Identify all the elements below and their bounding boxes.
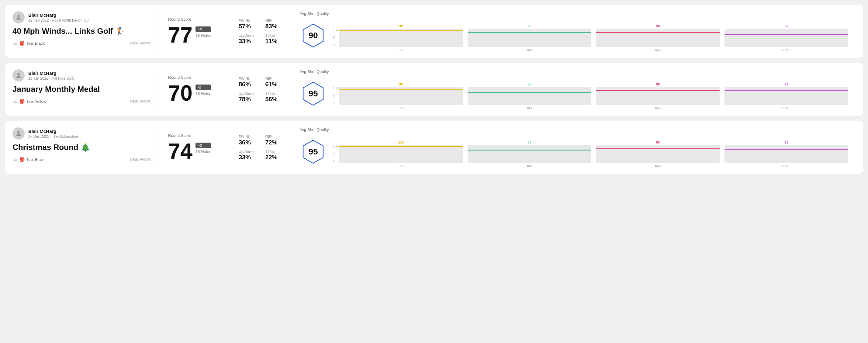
bar-wrapper (596, 29, 720, 47)
bar-group: 96 (596, 83, 720, 105)
card-footer: ☁️ 🎒 Tee: Black Data: Arccos (12, 41, 151, 45)
person-icon (15, 72, 22, 79)
bar-value: 110 (398, 141, 404, 144)
bar-chart: 100 50 0 107 95 (333, 20, 848, 52)
shot-quality-section: Avg Shot Quality 95 100 50 0 101 (292, 69, 856, 110)
fw-hit-stat: FW Hit 57% (239, 19, 258, 30)
big-score: 70 (168, 82, 192, 104)
bar-value: 98 (656, 24, 660, 28)
left-section: Blair McHarg 27 Dec 2021 · The Oxfordshi… (12, 127, 158, 168)
bar-value: 87 (527, 141, 531, 144)
bar-value: 101 (398, 83, 404, 86)
bar-wrapper (339, 145, 463, 163)
bar-line (468, 32, 591, 33)
shot-quality-label: Avg Shot Quality (300, 69, 848, 74)
user-info: Blair McHarg 29 Jan 2022 · Mill Ride GCC (28, 70, 74, 81)
bar-group: 99 (724, 83, 848, 105)
round-card-3: Blair McHarg 27 Dec 2021 · The Oxfordshi… (5, 121, 863, 174)
one-putt-value: 56% (266, 96, 285, 103)
hex-score: 95 (308, 147, 318, 157)
chart-bars: 101 86 96 99 (339, 77, 848, 105)
bar-group: 98 (596, 24, 720, 47)
shot-quality-section: Avg Shot Quality 95 100 50 0 110 (292, 127, 856, 168)
round-score-label: Round Score (168, 17, 221, 22)
bar-wrapper (339, 87, 463, 105)
user-info: Blair McHarg 27 Dec 2021 · The Oxfordshi… (28, 129, 78, 139)
chart-x-labels: OTTAPPARGPUTT (340, 106, 848, 110)
bar-line (724, 34, 848, 35)
bag-icon: 🎒 (20, 99, 25, 104)
bar-group: 87 (468, 141, 591, 163)
round-score-label: Round Score (168, 133, 221, 138)
gir-stat: GIR 83% (266, 19, 285, 30)
bar-fill (468, 92, 591, 105)
chart-x-label: PUTT (725, 106, 848, 110)
shot-quality-section: Avg Shot Quality 90 100 50 0 107 (292, 11, 856, 52)
quality-row: 95 100 50 0 110 87 (300, 136, 848, 168)
y-axis-labels: 100 50 0 (333, 87, 338, 105)
fw-hit-label: FW Hit (239, 19, 258, 23)
one-putt-label: 1 Putt (266, 33, 285, 38)
quality-row: 95 100 50 0 101 86 (300, 77, 848, 110)
bar-group: 86 (468, 83, 591, 105)
bar-wrapper (596, 145, 720, 163)
bar-group: 82 (724, 24, 848, 47)
round-title: Christmas Round 🎄 (12, 143, 151, 152)
chart-x-label: OTT (340, 164, 464, 168)
up-down-value: 33% (239, 154, 258, 161)
bar-group: 107 (339, 24, 463, 47)
weather-icon: ☁️ (12, 41, 18, 45)
bar-line (339, 30, 463, 31)
bar-wrapper (339, 29, 463, 47)
fw-hit-label: FW Hit (239, 135, 258, 139)
score-row: 70 -2 18 Holes (168, 82, 221, 104)
chart-x-label: OTT (340, 48, 464, 52)
chart-x-label: OTT (340, 106, 464, 110)
one-putt-label: 1 Putt (266, 150, 285, 154)
bar-line (724, 90, 848, 91)
gir-label: GIR (266, 19, 285, 23)
score-section: Round Score 77 +5 18 Holes (158, 11, 231, 52)
bar-line (724, 149, 848, 150)
score-diff-badge: -2 (195, 85, 211, 90)
chart-x-label: ARG (597, 164, 720, 168)
gir-value: 83% (266, 23, 285, 30)
bar-chart: 100 50 0 110 87 (333, 136, 848, 168)
one-putt-stat: 1 Putt 22% (266, 150, 285, 161)
score-diff-badge: +2 (195, 143, 211, 148)
bar-fill (596, 32, 720, 47)
up-down-stat: Up/Down 33% (239, 33, 258, 45)
one-putt-value: 11% (266, 38, 285, 45)
hexagon-container: 90 (300, 22, 327, 49)
stats-grid: FW Hit 57% GIR 83% Up/Down 33% 1 Putt 11… (239, 19, 285, 45)
user-name: Blair McHarg (28, 12, 89, 18)
chart-bars: 107 95 98 82 (339, 20, 848, 47)
bag-icon: 🎒 (20, 41, 25, 45)
score-details: +5 18 Holes (195, 24, 211, 38)
one-putt-value: 22% (266, 154, 285, 161)
score-section: Round Score 74 +2 18 Holes (158, 127, 231, 168)
gir-value: 61% (266, 81, 285, 88)
bar-fill (468, 32, 591, 47)
bar-line (596, 32, 720, 33)
tee-label: Tee: Black (26, 41, 45, 45)
bar-group: 93 (724, 141, 848, 163)
bar-value: 95 (527, 24, 531, 28)
fw-hit-value: 36% (239, 139, 258, 146)
fw-hit-stat: FW Hit 36% (239, 135, 258, 146)
stats-section: FW Hit 57% GIR 83% Up/Down 33% 1 Putt 11… (231, 11, 292, 52)
tee-label: Tee: Yellow (26, 99, 46, 104)
bag-icon: 🎒 (20, 157, 25, 162)
y-axis-labels: 100 50 0 (333, 29, 338, 47)
holes-text: 18 Holes (195, 33, 211, 38)
up-down-value: 33% (239, 38, 258, 45)
chart-bars: 110 87 95 93 (339, 136, 848, 163)
round-card-2: Blair McHarg 29 Jan 2022 · Mill Ride GCC… (5, 63, 863, 116)
bar-value: 96 (656, 83, 660, 86)
bar-line (468, 92, 591, 93)
user-info: Blair McHarg 12 Feb 2022 · Royal North D… (28, 12, 89, 23)
gir-label: GIR (266, 76, 285, 81)
chart-x-label: APP (468, 106, 592, 110)
one-putt-stat: 1 Putt 11% (266, 33, 285, 45)
bar-chart: 100 50 0 101 86 (333, 77, 848, 110)
